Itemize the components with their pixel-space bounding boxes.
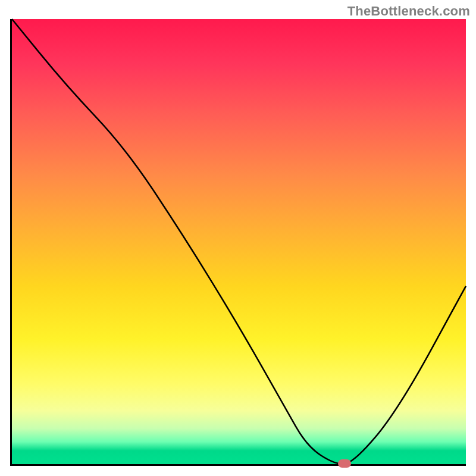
optimum-marker (338, 459, 351, 468)
bottleneck-curve (12, 19, 466, 464)
line-curve (12, 19, 466, 464)
plot-area (10, 19, 466, 466)
chart-frame: TheBottleneck.com (0, 0, 476, 476)
watermark-text: TheBottleneck.com (347, 4, 470, 19)
